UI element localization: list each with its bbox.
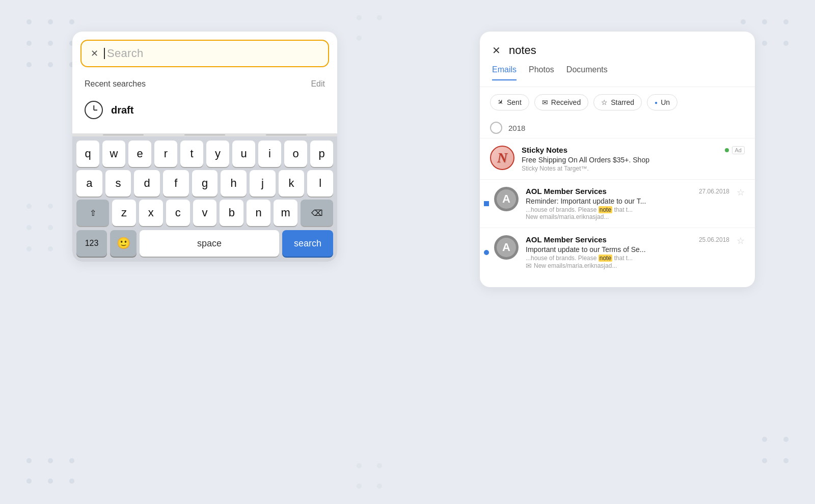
search-bar-container: ✕	[72, 32, 337, 75]
key-backspace[interactable]: ⌫	[301, 200, 333, 226]
chip-received[interactable]: ✉ Received	[534, 94, 588, 110]
aol-2-sender-name: AOL Member Services	[526, 235, 607, 244]
aol-2-preview: ...house of brands. Please note that t..…	[526, 255, 689, 262]
key-p[interactable]: p	[310, 141, 333, 167]
key-z[interactable]: z	[112, 200, 136, 226]
key-j[interactable]: j	[250, 170, 276, 197]
email-close-icon[interactable]: ✕	[492, 44, 501, 57]
sticky-sender-row: Sticky Notes Ad	[522, 146, 745, 154]
key-x[interactable]: x	[139, 200, 163, 226]
chip-starred-label: Starred	[611, 98, 634, 106]
key-w[interactable]: w	[102, 141, 125, 167]
unread-icon: ●	[655, 100, 658, 105]
email-item-sticky-notes[interactable]: N Sticky Notes Ad Free Shipping On All O…	[480, 138, 755, 179]
email-tabs: Emails Photos Documents	[480, 65, 755, 87]
email-item-aol-1[interactable]: A AOL Member Services 27.06.2018 Reminde…	[480, 179, 755, 228]
recent-header: Recent searches Edit	[85, 79, 325, 89]
aol-2-highlight: note	[599, 255, 612, 262]
unread-dot-2	[484, 250, 489, 255]
sticky-notes-avatar: N	[490, 146, 514, 170]
sticky-sender-name: Sticky Notes	[522, 146, 567, 154]
key-c[interactable]: c	[166, 200, 190, 226]
keyboard-rows: q w e r t y u i o p a s d f g h j k	[72, 136, 337, 228]
search-panel: ✕ Recent searches Edit draft q w	[72, 32, 337, 262]
tab-emails[interactable]: Emails	[492, 65, 517, 80]
key-search[interactable]: search	[282, 230, 333, 257]
key-k[interactable]: k	[279, 170, 305, 197]
aol-2-sender-row: AOL Member Services 25.06.2018	[526, 235, 729, 244]
clock-icon	[85, 101, 103, 119]
key-q[interactable]: q	[76, 141, 99, 167]
email-panel-header: ✕ notes	[480, 44, 755, 65]
online-indicator	[725, 148, 729, 152]
recent-searches-title: Recent searches	[85, 79, 146, 89]
star-icon-2[interactable]: ☆	[737, 236, 745, 246]
aol-2-preview-2: ✉ New emails/maria.eriknasjad...	[526, 262, 689, 270]
key-o[interactable]: o	[284, 141, 307, 167]
recent-search-item[interactable]: draft	[85, 97, 325, 123]
divider-line-3	[266, 134, 307, 135]
divider-line-2	[184, 134, 225, 135]
search-bar: ✕	[80, 40, 329, 67]
tab-documents[interactable]: Documents	[566, 65, 608, 80]
aol-1-date: 27.06.2018	[699, 188, 729, 195]
key-t[interactable]: t	[180, 141, 203, 167]
key-n[interactable]: n	[247, 200, 270, 226]
key-h[interactable]: h	[221, 170, 247, 197]
ad-badge: Ad	[732, 146, 745, 154]
year-select-circle[interactable]	[490, 122, 502, 134]
key-shift[interactable]: ⇧	[76, 200, 109, 226]
key-e[interactable]: e	[128, 141, 151, 167]
key-g[interactable]: g	[192, 170, 218, 197]
keyboard-row-1: q w e r t y u i o p	[76, 141, 333, 167]
key-numbers[interactable]: 123	[76, 230, 107, 257]
key-space[interactable]: space	[140, 230, 279, 257]
aol-1-highlight: note	[599, 206, 612, 213]
sticky-notes-content: Sticky Notes Ad Free Shipping On All Ord…	[522, 146, 745, 172]
recent-search-text: draft	[111, 104, 133, 116]
keyboard-bottom-row: 123 🙂 space search	[72, 228, 337, 262]
key-d[interactable]: d	[134, 170, 160, 197]
email-panel: ✕ notes Emails Photos Documents ✈ Sent ✉…	[480, 32, 755, 287]
key-emoji[interactable]: 🙂	[110, 230, 137, 257]
key-u[interactable]: u	[232, 141, 255, 167]
star-icon-1[interactable]: ☆	[737, 187, 745, 198]
aol-1-content: AOL Member Services 27.06.2018 Reminder:…	[526, 187, 729, 220]
key-m[interactable]: m	[274, 200, 297, 226]
chip-sent[interactable]: ✈ Sent	[490, 94, 529, 110]
aol-1-preview-2: New emails/maria.eriknasjad...	[526, 213, 689, 220]
key-b[interactable]: b	[220, 200, 243, 226]
search-input[interactable]	[105, 47, 319, 60]
aol-1-sender-name: AOL Member Services	[526, 187, 607, 195]
key-l[interactable]: l	[307, 170, 333, 197]
aol-letter-1: A	[497, 189, 516, 209]
aol-1-actions: ☆	[737, 187, 745, 198]
key-a[interactable]: a	[76, 170, 102, 197]
sticky-n-letter: N	[497, 150, 507, 166]
chip-unread[interactable]: ● Un	[647, 94, 677, 110]
email-item-aol-2[interactable]: A AOL Member Services 25.06.2018 Importa…	[480, 228, 755, 277]
search-close-icon[interactable]: ✕	[91, 48, 98, 59]
sticky-subject: Free Shipping On All Orders $35+. Shop	[522, 156, 745, 164]
edit-button[interactable]: Edit	[311, 79, 325, 89]
aol-1-preview: ...house of brands. Please note that t..…	[526, 206, 689, 213]
chip-starred[interactable]: ☆ Starred	[593, 94, 642, 110]
key-v[interactable]: v	[193, 200, 217, 226]
keyboard: q w e r t y u i o p a s d f g h j k	[72, 136, 337, 262]
key-f[interactable]: f	[163, 170, 189, 197]
received-icon: ✉	[542, 98, 548, 106]
filter-chips: ✈ Sent ✉ Received ☆ Starred ● Un	[480, 87, 755, 118]
key-s[interactable]: s	[105, 170, 131, 197]
chip-unread-label: Un	[661, 98, 670, 106]
key-i[interactable]: i	[258, 141, 281, 167]
keyboard-row-3: ⇧ z x c v b n m ⌫	[76, 200, 333, 226]
aol-2-subject: Important update to our Terms of Se...	[526, 245, 729, 254]
tab-photos[interactable]: Photos	[529, 65, 554, 80]
aol-2-avatar: A	[494, 235, 519, 260]
key-r[interactable]: r	[154, 141, 177, 167]
aol-2-content: AOL Member Services 25.06.2018 Important…	[526, 235, 729, 270]
chip-sent-label: Sent	[507, 98, 522, 106]
email-panel-title: notes	[509, 44, 536, 57]
aol-2-actions: ☆	[737, 235, 745, 246]
key-y[interactable]: y	[206, 141, 229, 167]
